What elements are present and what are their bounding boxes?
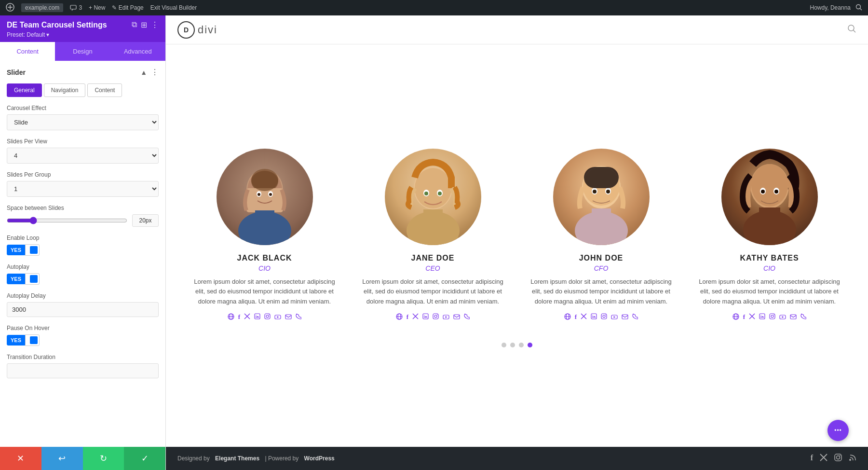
social-instagram-kathy[interactable] (769, 313, 775, 321)
section-menu-icon[interactable]: ⋮ (151, 68, 159, 77)
more-icon[interactable]: ⋮ (151, 20, 159, 29)
dot-3[interactable] (519, 343, 524, 347)
social-globe-john[interactable] (564, 313, 571, 321)
social-youtube-kathy[interactable] (779, 313, 786, 321)
pause-hover-toggle[interactable]: YES (7, 334, 159, 346)
social-linkedin-john[interactable] (591, 313, 597, 321)
social-x-kathy[interactable] (749, 313, 755, 321)
footer-x-icon[interactable] (820, 454, 827, 463)
divi-search-icon[interactable] (847, 24, 856, 36)
pause-hover-yes-label[interactable]: YES (7, 335, 25, 346)
pause-hover-knob[interactable] (25, 334, 40, 346)
social-instagram-jack[interactable] (264, 313, 271, 321)
tab-advanced[interactable]: Advanced (110, 42, 165, 61)
tab-content[interactable]: Content (0, 42, 55, 61)
social-globe-jack[interactable] (228, 313, 234, 321)
social-facebook-jack[interactable]: f (238, 313, 240, 321)
social-instagram-john[interactable] (601, 313, 607, 321)
social-email-jack[interactable] (285, 313, 292, 321)
team-bio-john: Lorem ipsum dolor sit amet, consectetur … (529, 277, 673, 306)
social-instagram-jane[interactable] (433, 313, 439, 321)
social-youtube-john[interactable] (611, 313, 618, 321)
tab-design[interactable]: Design (55, 42, 110, 61)
site-name[interactable]: example.com (21, 3, 63, 12)
admin-search-icon[interactable] (855, 4, 862, 12)
footer-instagram-icon[interactable] (834, 454, 842, 463)
panel-title-row: DE Team Carousel Settings ⧉ ⊞ ⋮ (7, 20, 159, 29)
cancel-button[interactable]: ✕ (0, 447, 41, 470)
social-linkedin-jane[interactable] (422, 313, 429, 321)
autoplay-delay-input[interactable] (7, 302, 159, 317)
svg-rect-73 (759, 207, 780, 234)
duplicate-icon[interactable]: ⧉ (132, 20, 137, 29)
enable-loop-toggle[interactable]: YES (7, 244, 159, 256)
space-between-slider[interactable] (7, 217, 127, 224)
footer-elegant-themes[interactable]: Elegant Themes (215, 455, 259, 462)
svg-marker-27 (277, 316, 279, 318)
social-x-john[interactable] (581, 313, 587, 321)
footer-left: Designed by Elegant Themes | Powered by … (177, 455, 335, 462)
save-button[interactable]: ✓ (124, 447, 165, 470)
dot-2[interactable] (510, 343, 515, 347)
slides-per-view-select[interactable]: 123456 (7, 148, 159, 164)
panel-title-icons: ⧉ ⊞ ⋮ (132, 20, 159, 29)
carousel-effect-select[interactable]: Slide Fade Cube Flip (7, 114, 159, 130)
divi-logo-circle: D (177, 21, 195, 39)
redo-button[interactable]: ↻ (83, 447, 124, 470)
exit-builder-item[interactable]: Exit Visual Builder (150, 4, 197, 11)
new-item[interactable]: + New (89, 4, 105, 11)
reset-button[interactable]: ↩ (41, 447, 83, 470)
toggle-yes-label[interactable]: YES (7, 245, 25, 255)
social-youtube-jane[interactable] (443, 313, 449, 321)
social-email-john[interactable] (622, 313, 628, 321)
social-x-jane[interactable] (412, 313, 419, 321)
social-phone-john[interactable] (632, 313, 638, 321)
team-card-jane: JANE DOE CEO Lorem ipsum dolor sit amet,… (353, 144, 512, 332)
comments-item[interactable]: 3 (70, 4, 82, 11)
team-role-jack: CIO (258, 264, 271, 272)
social-linkedin-jack[interactable] (254, 313, 260, 321)
sub-tab-general[interactable]: General (7, 83, 42, 97)
social-phone-kathy[interactable] (800, 313, 806, 321)
autoplay-toggle-knob[interactable] (25, 273, 40, 285)
columns-icon[interactable]: ⊞ (141, 20, 147, 29)
enable-loop-label: Enable Loop (7, 235, 159, 241)
section-header-icons: ▲ ⋮ (140, 68, 159, 77)
enable-loop-group: Enable Loop YES (7, 235, 159, 256)
social-x-jack[interactable] (244, 313, 250, 321)
social-linkedin-kathy[interactable] (759, 313, 765, 321)
dot-4[interactable] (528, 343, 532, 347)
autoplay-yes-label[interactable]: YES (7, 274, 25, 284)
social-globe-kathy[interactable] (732, 313, 739, 321)
svg-point-85 (771, 315, 773, 318)
panel-preset[interactable]: Preset: Default ▾ (7, 31, 159, 38)
social-globe-jane[interactable] (396, 313, 403, 321)
autoplay-toggle[interactable]: YES (7, 273, 159, 285)
footer-facebook-icon[interactable]: f (811, 454, 813, 463)
svg-point-55 (593, 190, 597, 194)
edit-page-item[interactable]: ✎ Edit Page (112, 4, 143, 11)
wp-icon[interactable] (6, 3, 14, 13)
toggle-knob[interactable] (25, 244, 40, 256)
social-phone-jane[interactable] (464, 313, 470, 321)
social-youtube-jack[interactable] (274, 313, 281, 321)
space-between-value[interactable]: 20px (132, 214, 159, 227)
social-facebook-kathy[interactable]: f (743, 313, 745, 321)
social-facebook-jane[interactable]: f (407, 313, 408, 321)
social-email-kathy[interactable] (790, 313, 797, 321)
sub-tab-content[interactable]: Content (87, 83, 122, 97)
sub-tab-navigation[interactable]: Navigation (44, 83, 86, 97)
social-facebook-john[interactable]: f (575, 313, 577, 321)
slides-per-group-select[interactable]: 1234 (7, 181, 159, 197)
transition-duration-input[interactable] (7, 363, 159, 378)
social-email-jane[interactable] (453, 313, 460, 321)
fab-button[interactable]: ••• (827, 420, 849, 441)
sub-tab-row: General Navigation Content (7, 83, 159, 97)
footer-rss-icon[interactable] (849, 454, 856, 463)
footer-wordpress[interactable]: WordPress (304, 455, 335, 462)
social-phone-jack[interactable] (296, 313, 301, 321)
dot-1[interactable] (502, 343, 506, 347)
svg-point-4 (848, 25, 854, 31)
collapse-icon[interactable]: ▲ (140, 69, 147, 76)
team-name-jack: JACK BLACK (237, 254, 292, 263)
